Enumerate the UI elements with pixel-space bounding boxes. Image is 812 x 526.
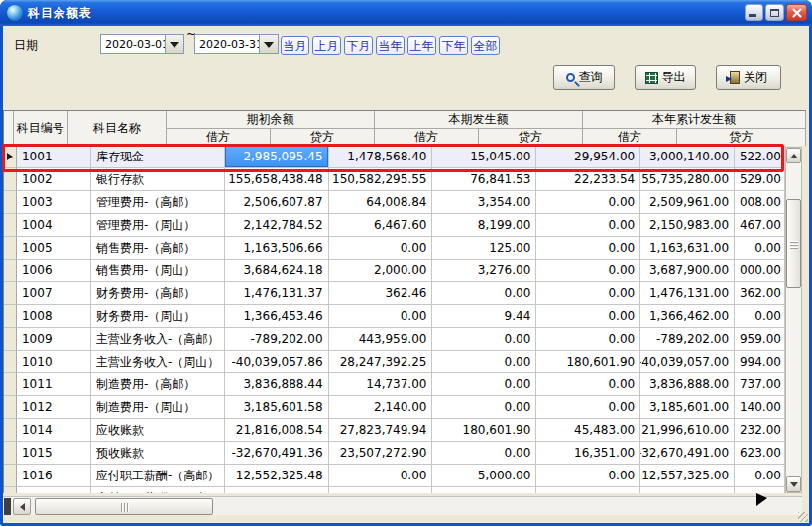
range-button-prev-year[interactable]: 上年 (407, 36, 436, 55)
cell-account-name[interactable]: 制造费用-（周山） (91, 396, 225, 419)
table-row[interactable]: 1008 财务费用-（周山） 1,366,453.46 0.00 9.44 0.… (4, 305, 785, 328)
cell-current-debit[interactable]: 0.00 (432, 282, 536, 305)
cell-current-debit[interactable]: 0.00 (432, 328, 536, 351)
cell-ytd-credit[interactable]: 623.00 (735, 442, 785, 465)
cell-opening-debit[interactable]: 3,836,888.44 (225, 373, 329, 396)
cell-ytd-debit[interactable]: 12,713,361.00 (640, 487, 735, 493)
cell-account-name[interactable]: 预收账款 (91, 442, 225, 465)
cell-current-debit[interactable]: 3,354.00 (432, 191, 536, 214)
cell-ytd-credit[interactable]: 362.00 (735, 282, 785, 305)
cell-current-debit[interactable]: 15,045.00 (432, 146, 536, 168)
cell-opening-credit[interactable]: 64,008.84 (329, 191, 433, 214)
cell-opening-credit[interactable]: 14,737.00 (329, 373, 433, 396)
table-row[interactable]: 1016 应付职工薪酬-（高邮） 12,552,325.48 0.00 5,00… (4, 465, 785, 487)
vertical-scrollbar-thumb[interactable] (786, 199, 801, 288)
date-to-input[interactable] (195, 35, 259, 53)
cell-account-code[interactable]: 1008 (17, 305, 91, 328)
table-row[interactable]: 1015 预收账款 -32,670,491.36 23,507,272.90 0… (4, 442, 785, 465)
maximize-button[interactable] (765, 4, 784, 21)
cell-ytd-credit[interactable]: 008.00 (735, 191, 785, 214)
table-row[interactable]: 1017 应付职工薪酬-（周山） 12,733,361.48 13,832.46… (4, 487, 785, 493)
cell-ytd-debit[interactable]: 3,000,140.00 (640, 146, 735, 168)
cell-opening-debit[interactable]: 1,163,506.66 (225, 237, 329, 260)
table-row[interactable]: 1003 管理费用-（高邮） 2,506,607.87 64,008.84 3,… (4, 191, 785, 214)
cell-opening-debit[interactable]: 21,816,008.54 (225, 419, 329, 442)
horizontal-scrollbar[interactable] (3, 496, 802, 515)
cell-account-code[interactable]: 1007 (17, 282, 91, 305)
cell-current-credit[interactable]: 29,954.00 (536, 146, 640, 168)
cell-account-name[interactable]: 应收账款 (91, 419, 225, 442)
cell-current-credit[interactable]: 0.00 (536, 282, 640, 305)
cell-ytd-debit[interactable]: 3,687,900.00 (640, 260, 735, 282)
cell-ytd-debit[interactable]: 3,185,601.00 (640, 396, 735, 419)
scroll-up-button[interactable] (786, 148, 801, 163)
cell-opening-credit[interactable]: 1,478,568.40 (329, 146, 433, 168)
cell-ytd-debit[interactable]: -32,670,491.00 (640, 442, 735, 465)
cell-opening-credit[interactable]: 2,000.00 (329, 260, 433, 282)
cell-account-name[interactable]: 银行存款 (91, 168, 225, 191)
cell-ytd-credit[interactable]: 000.00 (735, 260, 785, 282)
cell-account-code[interactable]: 1012 (17, 396, 91, 419)
cell-opening-credit[interactable]: 23,507,272.90 (329, 442, 433, 465)
table-row[interactable]: 1010 主营业务收入-（周山） -40,039,057.86 28,247,3… (4, 351, 785, 373)
cell-current-debit[interactable]: 76,841.53 (432, 168, 536, 191)
cell-ytd-credit[interactable]: 140.00 (735, 396, 785, 419)
horizontal-scrollbar-thumb[interactable] (35, 498, 213, 515)
cell-current-credit[interactable]: 0.00 (536, 305, 640, 328)
cell-opening-credit[interactable]: 0.00 (329, 305, 433, 328)
minimize-button[interactable] (745, 4, 763, 21)
cell-ytd-credit[interactable]: 232.00 (735, 419, 785, 442)
cell-current-credit[interactable]: 22,233.54 (536, 168, 640, 191)
cell-current-credit[interactable]: 0.00 (536, 214, 640, 237)
cell-opening-debit[interactable]: 155,658,438.48 (225, 168, 329, 191)
cell-account-name[interactable]: 应付职工薪酬-（高邮） (91, 465, 225, 487)
cell-ytd-credit[interactable]: 0.00 (735, 237, 785, 260)
close-button[interactable] (786, 4, 807, 21)
scroll-left-button[interactable] (13, 498, 31, 515)
cell-current-credit[interactable]: 16,351.00 (536, 442, 640, 465)
cell-opening-credit[interactable]: 27,823,749.94 (329, 419, 433, 442)
cell-account-code[interactable]: 1006 (17, 260, 91, 282)
cell-ytd-credit[interactable]: 737.00 (735, 373, 785, 396)
table-row[interactable]: 1014 应收账款 21,816,008.54 27,823,749.94 18… (4, 419, 785, 442)
table-row[interactable]: 1007 财务费用-（高邮） 1,476,131.37 362.46 0.00 … (4, 282, 785, 305)
date-from-dropdown-button[interactable] (165, 35, 183, 53)
range-button-prev-month[interactable]: 上月 (312, 36, 341, 55)
cell-current-credit[interactable]: 0.00 (536, 373, 640, 396)
cell-ytd-debit[interactable]: 2,509,961.00 (640, 191, 735, 214)
cell-current-credit[interactable]: 0.00 (536, 465, 640, 487)
cell-ytd-credit[interactable]: 959.00 (735, 328, 785, 351)
export-button[interactable]: 导出 (635, 65, 696, 90)
cell-account-code[interactable]: 1011 (17, 373, 91, 396)
cell-opening-credit[interactable]: 362.46 (329, 282, 433, 305)
cell-account-name[interactable]: 应付职工薪酬-（周山） (91, 487, 225, 493)
cell-ytd-credit[interactable]: 522.00 (735, 146, 785, 168)
cell-ytd-debit[interactable]: 21,996,610.00 (640, 419, 735, 442)
date-to-dropdown-button[interactable] (259, 35, 278, 53)
cell-opening-credit[interactable]: 13,832.46 (329, 487, 433, 493)
range-button-current-year[interactable]: 当年 (376, 36, 405, 55)
cell-current-credit[interactable]: 0.00 (536, 237, 640, 260)
cell-ytd-debit[interactable]: 12,557,325.00 (640, 465, 735, 487)
cell-opening-credit[interactable]: 443,959.00 (329, 328, 433, 351)
cell-opening-debit[interactable]: 1,366,453.46 (225, 305, 329, 328)
scroll-down-button[interactable] (786, 476, 801, 492)
cell-opening-debit[interactable]: 3,684,624.18 (225, 260, 329, 282)
cell-opening-debit[interactable]: 2,142,784.52 (225, 214, 329, 237)
cell-current-credit[interactable]: 0.00 (536, 396, 640, 419)
cell-current-debit[interactable]: 180,601.90 (432, 419, 536, 442)
table-row[interactable]: 1002 银行存款 155,658,438.48 150,582,295.55 … (4, 168, 785, 191)
cell-ytd-credit[interactable]: 994.00 (735, 351, 785, 373)
cell-ytd-debit[interactable]: -789,202.00 (640, 328, 735, 351)
cell-opening-debit[interactable]: -40,039,057.86 (225, 351, 329, 373)
cell-account-name[interactable]: 销售费用-（高邮） (91, 237, 225, 260)
table-row[interactable]: 1004 管理费用-（周山） 2,142,784.52 6,467.60 8,1… (4, 214, 785, 237)
cell-current-debit[interactable]: 9.44 (432, 305, 536, 328)
cell-opening-debit[interactable]: 12,552,325.48 (225, 465, 329, 487)
cell-current-credit[interactable]: 180,601.90 (536, 351, 640, 373)
table-row[interactable]: 1005 销售费用-（高邮） 1,163,506.66 0.00 125.00 … (4, 237, 785, 260)
range-button-next-year[interactable]: 下年 (439, 36, 468, 55)
cell-current-credit[interactable]: 0.00 (536, 260, 640, 282)
cell-current-credit[interactable]: 0.00 (536, 487, 640, 493)
cell-ytd-debit[interactable]: 1,163,631.00 (640, 237, 735, 260)
